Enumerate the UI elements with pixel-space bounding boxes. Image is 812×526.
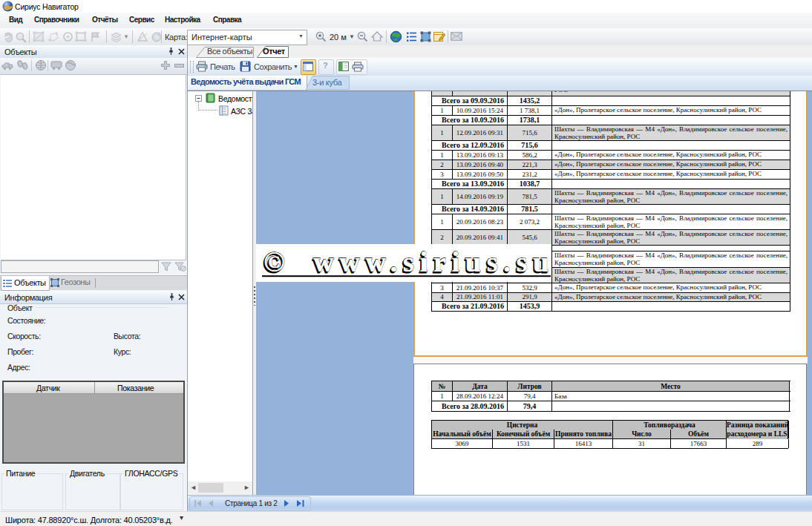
svg-text:© www.sirius.su: © www.sirius.su bbox=[264, 246, 551, 277]
